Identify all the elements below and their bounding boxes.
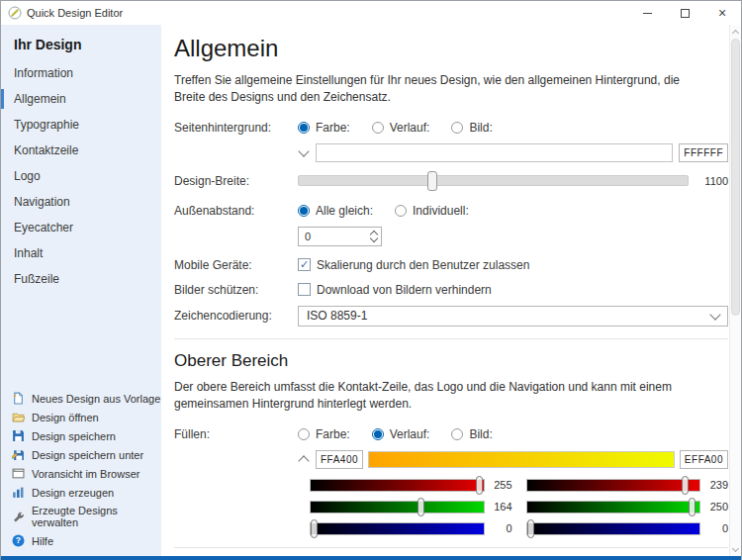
row-protect-images: Bilder schützen: Download von Bildern ve… xyxy=(174,281,728,299)
sidebar-item-kontaktzeile[interactable]: Kontaktzeile xyxy=(1,138,161,163)
tool-save-design[interactable]: Design speichern xyxy=(1,426,161,445)
upper-section-title: Oberer Bereich xyxy=(174,351,728,371)
end-green-value: 250 xyxy=(700,501,728,513)
design-width-slider[interactable] xyxy=(298,175,689,186)
end-blue-thumb[interactable] xyxy=(527,519,534,538)
app-window: Quick Design Editor × Ihr Design Informa… xyxy=(0,0,742,560)
gradient-start-hex-field[interactable]: FFA400 xyxy=(316,450,363,469)
radio-page-bg-verlauf[interactable]: Verlauf: xyxy=(372,121,430,135)
encoding-label: Zeichencodierung: xyxy=(174,309,298,323)
tool-label: Voransicht im Browser xyxy=(32,468,139,480)
scrollbar-track[interactable] xyxy=(730,39,741,542)
open-folder-icon xyxy=(12,411,25,423)
tool-save-design-as[interactable]: Design speichern unter xyxy=(1,445,161,464)
protect-label: Bilder schützen: xyxy=(174,283,298,297)
radio-margin-alle-gleich[interactable]: Alle gleich: xyxy=(298,204,373,218)
row-rgb-sliders: 255 239 164 xyxy=(174,479,728,535)
scroll-up-button[interactable] xyxy=(732,28,740,36)
sidebar-item-inhalt[interactable]: Inhalt xyxy=(1,240,161,266)
minimize-icon xyxy=(643,13,652,14)
scrollbar-thumb[interactable] xyxy=(731,39,740,316)
start-green-thumb[interactable] xyxy=(417,498,424,516)
save-icon xyxy=(12,429,25,442)
page-bg-hex-button[interactable]: FFFFFF xyxy=(679,143,728,162)
tool-label: Erzeugte Designs verwalten xyxy=(32,505,161,528)
gradient-end-hex-field[interactable]: EFFA00 xyxy=(680,450,728,469)
sidebar-item-eyecatcher[interactable]: Eyecatcher xyxy=(1,215,161,240)
end-green-thumb[interactable] xyxy=(689,498,696,516)
radio-label: Individuell: xyxy=(413,204,469,218)
page-description: Treffen Sie allgemeine Einstellungen für… xyxy=(174,72,713,107)
sidebar-header: Ihr Design xyxy=(1,31,161,60)
tool-help[interactable]: ? Hilfe xyxy=(1,531,161,550)
browser-preview-icon xyxy=(12,467,25,480)
help-icon: ? xyxy=(12,534,25,547)
sidebar-item-allgemein[interactable]: Allgemein xyxy=(1,86,161,112)
row-mobile: Mobile Geräte: ✓ Skalierung durch den Be… xyxy=(174,256,728,274)
radio-icon xyxy=(451,122,463,134)
tool-preview-browser[interactable]: Voransicht im Browser xyxy=(1,464,161,483)
design-width-label: Design-Breite: xyxy=(174,174,298,188)
radio-icon xyxy=(372,122,384,134)
radio-upper-farbe[interactable]: Farbe: xyxy=(298,427,350,441)
start-blue-thumb[interactable] xyxy=(311,519,318,538)
start-red-thumb[interactable] xyxy=(476,476,483,495)
end-red-slider[interactable] xyxy=(526,479,701,492)
radio-page-bg-farbe[interactable]: Farbe: xyxy=(298,121,350,135)
sidebar-item-information[interactable]: Information xyxy=(1,60,161,86)
encoding-select[interactable]: ISO 8859-1 xyxy=(298,306,728,327)
tool-open-design[interactable]: Design öffnen xyxy=(1,408,161,426)
start-red-slider[interactable] xyxy=(310,479,485,492)
radio-icon xyxy=(451,428,463,440)
svg-text:?: ? xyxy=(16,535,21,545)
radio-label: Farbe: xyxy=(316,121,350,135)
tool-generate-design[interactable]: Design erzeugen xyxy=(1,483,161,502)
start-blue-slider[interactable] xyxy=(310,522,485,535)
app-logo-icon xyxy=(8,6,22,20)
radio-page-bg-bild[interactable]: Bild: xyxy=(451,121,492,135)
sidebar-item-typographie[interactable]: Typographie xyxy=(1,112,161,138)
margin-spinner[interactable]: 0 xyxy=(298,227,382,246)
mobile-checkbox-checked[interactable]: ✓ xyxy=(298,258,311,271)
chevron-down-icon[interactable] xyxy=(298,145,309,156)
start-green-slider[interactable] xyxy=(310,501,485,513)
chevron-down-icon xyxy=(709,309,720,320)
sidebar-item-navigation[interactable]: Navigation xyxy=(1,189,161,215)
radio-label: Farbe: xyxy=(316,427,350,441)
radio-label: Bild: xyxy=(469,121,492,135)
save-as-icon xyxy=(12,448,25,461)
row-encoding: Zeichencodierung: ISO 8859-1 xyxy=(174,306,728,327)
window-title: Quick Design Editor xyxy=(27,7,123,19)
gradient-preview-bar[interactable] xyxy=(368,451,675,468)
end-blue-slider[interactable] xyxy=(526,522,701,535)
collapse-chevron-icon[interactable] xyxy=(298,455,309,466)
vertical-scrollbar[interactable] xyxy=(729,25,741,556)
close-button[interactable]: × xyxy=(703,1,741,25)
tool-manage-designs[interactable]: Erzeugte Designs verwalten xyxy=(1,502,161,531)
radio-upper-bild[interactable]: Bild: xyxy=(451,427,492,441)
tool-new-design[interactable]: Neues Design aus Vorlage xyxy=(1,389,161,408)
row-upper-fill: Füllen: Farbe: Verlauf: Bild: xyxy=(174,425,728,443)
sidebar-item-fusszeile[interactable]: Fußzeile xyxy=(1,266,161,292)
sidebar-item-logo[interactable]: Logo xyxy=(1,163,161,189)
end-green-slider[interactable] xyxy=(526,501,701,513)
design-width-value: 1100 xyxy=(698,175,728,187)
scroll-down-button[interactable] xyxy=(732,545,740,553)
radio-selected-icon xyxy=(298,205,310,217)
radio-upper-verlauf[interactable]: Verlauf: xyxy=(372,427,430,441)
radio-label: Verlauf: xyxy=(390,427,430,441)
section-divider xyxy=(174,547,728,548)
window-bottom-border xyxy=(1,556,741,560)
title-bar: Quick Design Editor × xyxy=(1,1,741,25)
end-red-thumb[interactable] xyxy=(682,476,689,495)
start-green-value: 164 xyxy=(485,501,512,513)
radio-label: Verlauf: xyxy=(390,121,430,135)
maximize-button[interactable] xyxy=(666,1,703,25)
design-width-slider-thumb[interactable] xyxy=(427,171,437,191)
minimize-button[interactable] xyxy=(628,1,666,25)
mobile-label: Mobile Geräte: xyxy=(174,258,298,272)
radio-margin-individuell[interactable]: Individuell: xyxy=(395,204,469,218)
protect-checkbox-unchecked[interactable] xyxy=(298,283,311,296)
page-bg-color-input[interactable] xyxy=(316,143,673,162)
maximize-icon xyxy=(681,9,690,18)
